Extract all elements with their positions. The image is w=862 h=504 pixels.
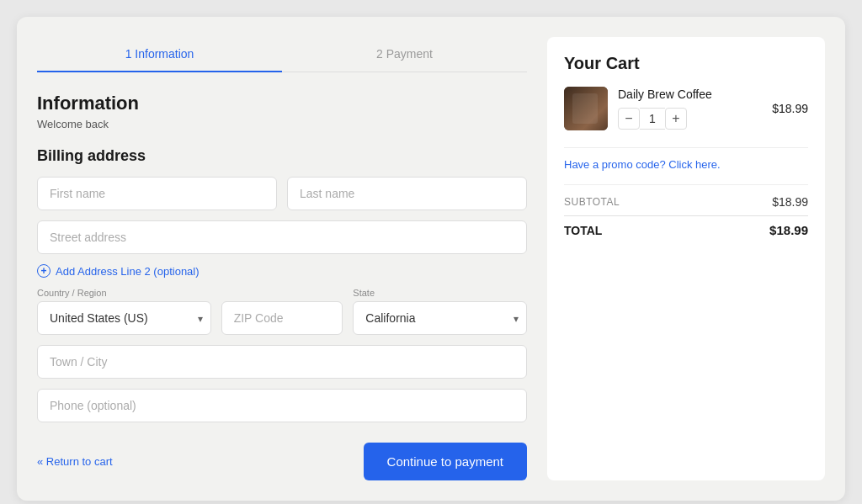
phone-input[interactable] xyxy=(37,389,527,422)
welcome-text: Welcome back xyxy=(37,118,527,130)
cart-item-details: Daily Brew Coffee − 1 + xyxy=(618,88,762,130)
quantity-increase-button[interactable]: + xyxy=(665,108,687,130)
cart-item-name: Daily Brew Coffee xyxy=(618,88,762,101)
totals-section: SUBTOTAL $18.99 TOTAL $18.99 xyxy=(564,184,808,244)
promo-code-link[interactable]: Have a promo code? Click here. xyxy=(564,147,808,171)
city-input[interactable] xyxy=(37,345,527,379)
coffee-thumbnail xyxy=(564,87,608,130)
right-panel: Your Cart Daily Brew Coffee − 1 + $18.99… xyxy=(547,37,825,480)
tab-payment[interactable]: 2 Payment xyxy=(282,37,527,72)
cart-item-image xyxy=(564,87,608,130)
return-to-cart-link[interactable]: « Return to cart xyxy=(37,455,113,468)
subtotal-label: SUBTOTAL xyxy=(564,196,620,208)
state-label: State xyxy=(353,288,527,298)
country-select[interactable]: United States (US) xyxy=(37,301,211,335)
tabs: 1 Information 2 Payment xyxy=(37,37,527,72)
total-row: TOTAL $18.99 xyxy=(564,223,808,237)
city-row xyxy=(37,345,527,379)
quantity-controls: − 1 + xyxy=(618,108,762,130)
subtotal-row: SUBTOTAL $18.99 xyxy=(564,195,808,209)
add-address-link[interactable]: + Add Address Line 2 (optional) xyxy=(37,264,527,278)
left-panel: 1 Information 2 Payment Information Welc… xyxy=(37,37,547,480)
section-title: Information xyxy=(37,93,527,114)
first-name-input[interactable] xyxy=(37,177,277,210)
total-divider xyxy=(564,215,808,216)
last-name-input[interactable] xyxy=(287,177,527,210)
continue-button[interactable]: Continue to payment xyxy=(364,443,527,480)
address-row: Country / Region United States (US) ▾ St… xyxy=(37,288,527,335)
zip-input[interactable] xyxy=(221,301,343,335)
state-select[interactable]: California xyxy=(353,301,527,335)
quantity-decrease-button[interactable]: − xyxy=(618,108,640,130)
cart-item-price: $18.99 xyxy=(772,102,808,115)
name-row xyxy=(37,177,527,210)
country-wrapper: Country / Region United States (US) ▾ xyxy=(37,288,211,335)
zip-wrapper xyxy=(221,301,343,335)
billing-title: Billing address xyxy=(37,147,527,165)
phone-row xyxy=(37,389,527,422)
state-wrapper: State California ▾ xyxy=(353,288,527,335)
total-value: $18.99 xyxy=(769,223,808,237)
total-label: TOTAL xyxy=(564,224,602,237)
subtotal-value: $18.99 xyxy=(772,195,808,209)
street-input[interactable] xyxy=(37,220,527,254)
country-label: Country / Region xyxy=(37,288,211,298)
circle-plus-icon: + xyxy=(37,264,51,278)
actions-row: « Return to cart Continue to payment xyxy=(37,443,527,480)
add-address-label: Add Address Line 2 (optional) xyxy=(56,265,200,278)
quantity-value: 1 xyxy=(640,108,665,130)
tab-information[interactable]: 1 Information xyxy=(37,37,282,72)
cart-item: Daily Brew Coffee − 1 + $18.99 xyxy=(564,87,808,130)
street-row xyxy=(37,220,527,254)
checkout-container: 1 Information 2 Payment Information Welc… xyxy=(17,17,845,501)
cart-title: Your Cart xyxy=(564,54,808,73)
